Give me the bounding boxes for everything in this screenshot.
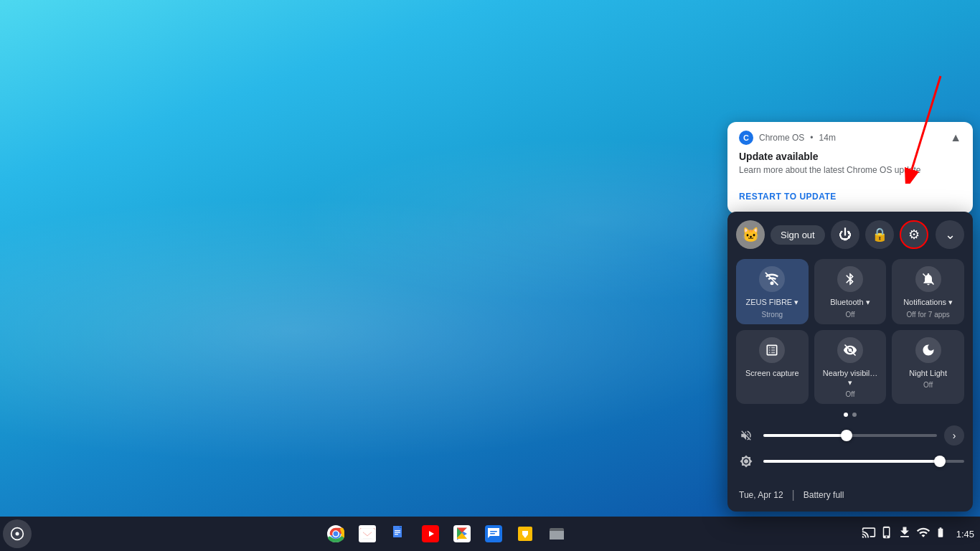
nearby-visibility-icon (837, 337, 863, 363)
bluetooth-toggle[interactable]: Bluetooth ▾ Off (814, 259, 887, 324)
night-light-sublabel: Off (923, 381, 933, 389)
notifications-label: Notifications ▾ (903, 298, 953, 307)
panel-top-row: 🐱 Sign out ⏻ 🔒 ⚙ ⌄ (727, 212, 973, 256)
panel-footer: Tue, Apr 12 | Battery full (727, 483, 973, 512)
svg-point-6 (16, 532, 19, 536)
brightness-icon (736, 451, 756, 471)
lock-button[interactable]: 🔒 (865, 220, 894, 249)
nearby-visibility-toggle[interactable]: Nearby visibil… ▾ Off (814, 330, 887, 404)
sign-out-button[interactable]: Sign out (771, 225, 825, 245)
launcher-button[interactable] (3, 519, 32, 548)
svg-rect-15 (395, 530, 400, 531)
cast-icon[interactable] (862, 525, 876, 542)
night-light-label: Night Light (909, 369, 947, 378)
nearby-visibility-label: Nearby visibil… ▾ (820, 369, 881, 387)
wifi-toggle[interactable]: ZEUS FIBRE ▾ Strong (736, 259, 809, 324)
notif-time: 14m (819, 133, 836, 143)
notif-app-name: Chrome OS (759, 133, 804, 143)
svg-rect-23 (490, 531, 497, 532)
screen-capture-toggle[interactable]: Screen capture (736, 330, 809, 404)
power-button[interactable]: ⏻ (831, 220, 859, 249)
svg-rect-24 (490, 533, 495, 534)
footer-battery: Battery full (804, 490, 844, 500)
notif-body: Learn more about the latest Chrome OS up… (727, 165, 973, 184)
screen-capture-label: Screen capture (745, 369, 799, 378)
brightness-slider-fill (763, 460, 940, 463)
notification-card: C Chrome OS • 14m ▲ Update available Lea… (727, 122, 973, 214)
notif-chevron-icon[interactable]: ▲ (950, 131, 961, 144)
taskbar-chat[interactable] (479, 519, 508, 548)
night-light-icon (915, 337, 941, 363)
battery-taskbar-icon[interactable] (935, 527, 946, 541)
footer-separator: | (792, 489, 795, 501)
toggle-grid: ZEUS FIBRE ▾ Strong Bluetooth ▾ Off (727, 256, 973, 410)
notifications-toggle[interactable]: Notifications ▾ Off for 7 apps (892, 259, 964, 324)
volume-slider-thumb[interactable] (841, 430, 852, 441)
notifications-sublabel: Off for 7 apps (906, 311, 949, 319)
expand-button[interactable]: ⌄ (936, 220, 964, 249)
notif-dot: • (810, 133, 813, 143)
bluetooth-label: Bluetooth ▾ (830, 298, 870, 307)
svg-rect-26 (522, 529, 528, 531)
brightness-slider-track[interactable] (763, 460, 964, 463)
taskbar-files[interactable] (542, 519, 571, 548)
taskbar-docs[interactable] (385, 519, 413, 548)
nearby-visibility-sublabel: Off (845, 390, 854, 398)
volume-expand-button[interactable]: › (944, 425, 964, 446)
volume-mute-icon (736, 425, 756, 446)
wifi-taskbar-icon[interactable] (916, 525, 930, 542)
volume-slider-fill (763, 434, 847, 437)
taskbar-chrome[interactable] (321, 519, 350, 548)
system-tray: 1:45 (862, 525, 980, 542)
svg-rect-16 (395, 532, 400, 533)
power-icon: ⏻ (839, 227, 852, 242)
notif-action[interactable]: RESTART TO UPDATE (727, 184, 973, 214)
pagination-dot-1[interactable] (844, 413, 848, 417)
taskbar-play-store[interactable] (448, 519, 476, 548)
phone-hub-icon[interactable] (880, 526, 893, 542)
svg-rect-17 (395, 534, 398, 534)
night-light-toggle[interactable]: Night Light Off (892, 330, 964, 404)
sliders-section: › (727, 423, 973, 483)
restart-to-update-button[interactable]: RESTART TO UPDATE (739, 192, 837, 202)
clock[interactable]: 1:45 (951, 526, 980, 542)
download-icon[interactable] (897, 525, 912, 542)
svg-point-11 (334, 532, 339, 537)
notif-header: C Chrome OS • 14m ▲ (727, 122, 973, 151)
quick-settings-panel: 🐱 Sign out ⏻ 🔒 ⚙ ⌄ (727, 212, 973, 512)
wifi-icon (759, 266, 785, 292)
taskbar: 1:45 (0, 517, 980, 551)
bluetooth-sublabel: Off (845, 311, 854, 319)
taskbar-youtube[interactable] (416, 519, 445, 548)
chevron-down-icon: ⌄ (945, 227, 956, 242)
bluetooth-icon (837, 266, 863, 292)
notif-app-icon: C (739, 131, 753, 145)
wifi-label: ZEUS FIBRE ▾ (745, 298, 798, 307)
notif-title: Update available (727, 151, 973, 165)
svg-point-2 (771, 282, 774, 286)
volume-slider-row: › (736, 425, 964, 446)
lock-icon: 🔒 (872, 227, 887, 242)
brightness-slider-thumb[interactable] (934, 456, 946, 467)
taskbar-apps (32, 519, 862, 548)
wifi-sublabel: Strong (762, 311, 783, 319)
settings-button[interactable]: ⚙ (900, 220, 928, 249)
taskbar-gmail[interactable] (353, 519, 382, 548)
notifications-off-icon (915, 266, 941, 292)
desktop: C Chrome OS • 14m ▲ Update available Lea… (0, 0, 980, 551)
user-avatar[interactable]: 🐱 (736, 220, 765, 249)
screen-capture-icon (759, 337, 785, 363)
footer-date: Tue, Apr 12 (739, 490, 783, 500)
taskbar-keep[interactable] (511, 519, 540, 548)
pagination-dot-2[interactable] (852, 413, 857, 417)
brightness-slider-row (736, 451, 964, 471)
volume-slider-track[interactable] (763, 434, 937, 437)
settings-gear-icon: ⚙ (908, 227, 920, 242)
pagination-dots (727, 410, 973, 423)
